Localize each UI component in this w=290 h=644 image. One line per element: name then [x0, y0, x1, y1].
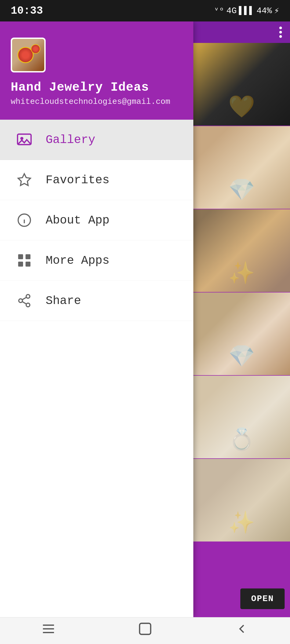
content-area: 💛 💎 ✨ 💎 💍 ✨ OPEN: [193, 21, 290, 617]
content-header: [193, 21, 290, 43]
drawer-menu: Gallery Favorites: [0, 120, 193, 617]
svg-line-13: [22, 302, 26, 304]
nav-back-button[interactable]: [234, 621, 249, 640]
wifi-bars-icon: ▌▌▌: [239, 6, 255, 16]
gallery-label: Gallery: [46, 133, 95, 147]
svg-line-14: [22, 297, 26, 300]
more-options-button[interactable]: [279, 27, 282, 38]
drawer-header: Hand Jewelry Ideas whitecloudstechnologi…: [0, 21, 193, 120]
svg-rect-9: [26, 262, 30, 266]
menu-item-gallery[interactable]: Gallery: [0, 120, 193, 160]
jewelry-image-2[interactable]: 💎: [193, 126, 290, 209]
bottom-navigation: [0, 617, 290, 644]
dot3: [279, 35, 282, 38]
jewelry-decoration-5: 💍: [228, 427, 255, 453]
svg-point-11: [19, 299, 22, 303]
charging-icon: ⚡: [274, 5, 279, 16]
jewelry-image-3[interactable]: ✨: [193, 209, 290, 292]
about-icon: [13, 213, 35, 228]
jewelry-decoration-1: 💛: [228, 94, 255, 120]
jewelry-decoration-2: 💎: [228, 177, 255, 203]
gallery-icon: [13, 132, 35, 147]
jewelry-image-6[interactable]: ✨: [193, 459, 290, 542]
app-email: whitecloudstechnologies@gmail.com: [11, 97, 183, 106]
status-time: 10:33: [11, 5, 43, 17]
app-name: Hand Jewelry Ideas: [11, 80, 183, 94]
battery-icon: 44%: [256, 6, 272, 16]
network-icon: 4G: [226, 6, 237, 16]
signal-icon: ᵛᵒ: [214, 5, 224, 16]
share-label: Share: [46, 294, 81, 308]
status-bar: 10:33 ᵛᵒ 4G ▌▌▌ 44% ⚡: [0, 0, 290, 21]
more-apps-icon: [13, 253, 35, 268]
menu-item-favorites[interactable]: Favorites: [0, 160, 193, 200]
jewelry-image-4[interactable]: 💎: [193, 292, 290, 376]
nav-home-button[interactable]: [138, 621, 153, 640]
jewelry-image-1[interactable]: 💛: [193, 43, 290, 126]
menu-item-about[interactable]: About App: [0, 200, 193, 240]
svg-point-10: [26, 295, 30, 298]
svg-marker-2: [18, 174, 30, 186]
open-button[interactable]: OPEN: [240, 588, 285, 609]
image-grid: 💛 💎 ✨ 💎 💍 ✨: [193, 43, 290, 542]
app-logo: [11, 38, 46, 72]
navigation-drawer: Hand Jewelry Ideas whitecloudstechnologi…: [0, 21, 193, 617]
favorites-label: Favorites: [46, 173, 110, 187]
svg-rect-18: [139, 623, 150, 634]
main-layout: Hand Jewelry Ideas whitecloudstechnologi…: [0, 21, 290, 617]
jewelry-decoration-6: ✨: [228, 510, 255, 536]
svg-point-12: [26, 303, 30, 307]
share-icon: [13, 293, 35, 308]
dot2: [279, 31, 282, 34]
more-apps-label: More Apps: [46, 254, 110, 267]
about-label: About App: [46, 214, 110, 227]
dot1: [279, 27, 282, 29]
svg-rect-6: [18, 254, 23, 259]
menu-item-share[interactable]: Share: [0, 281, 193, 321]
app-logo-inner: [12, 39, 44, 71]
logo-jewel-small: [31, 44, 40, 54]
menu-item-more-apps[interactable]: More Apps: [0, 240, 193, 281]
jewelry-decoration-4: 💎: [228, 343, 255, 370]
nav-menu-button[interactable]: [41, 621, 56, 640]
svg-rect-7: [26, 254, 30, 259]
favorites-icon: [13, 173, 35, 187]
jewelry-decoration-3: ✨: [228, 260, 255, 287]
jewelry-image-5[interactable]: 💍: [193, 376, 290, 459]
status-icons: ᵛᵒ 4G ▌▌▌ 44% ⚡: [214, 5, 279, 16]
svg-rect-8: [18, 262, 23, 266]
